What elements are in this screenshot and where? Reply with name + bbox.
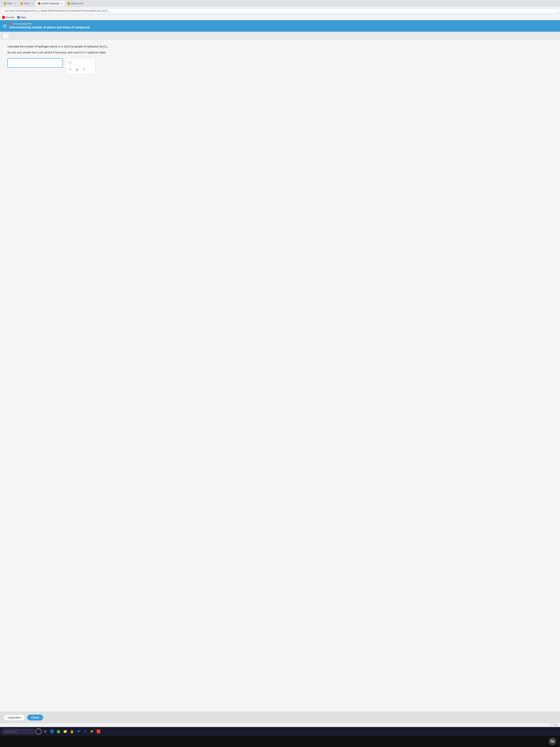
answer-row: □□ × ↺ ? <box>7 58 553 75</box>
math-actions: × ↺ ? <box>68 67 93 72</box>
header-title: Interconverting number of atoms and mass… <box>9 26 557 29</box>
math-help-button[interactable]: ? <box>82 67 85 72</box>
taskbar-edge-icon[interactable]: 🌐 <box>49 728 55 735</box>
maps-icon <box>17 16 20 19</box>
hamburger-line-1 <box>3 25 7 25</box>
tab-bar: Files ✕ Inbox ✕ ALEKs Chemistry ✕ McGraw… <box>0 0 560 7</box>
math-undo-button[interactable]: ↺ <box>75 67 79 72</box>
tab-files[interactable]: Files ✕ <box>1 1 18 6</box>
youtube-icon <box>2 16 5 19</box>
address-bar[interactable]: w-awn.aleks.com/alekscgi/x/lsl.exe/1o_u-… <box>1 9 559 13</box>
answer-input[interactable] <box>7 58 63 68</box>
inbox-tab-icon <box>20 2 23 5</box>
aleks-tab-icon <box>38 2 41 5</box>
tab-mcgraw[interactable]: McGraw-Hill <box>65 1 85 6</box>
question-text: Calculate the number of hydrogen atoms i… <box>7 44 553 49</box>
aleks-tab-close[interactable]: ✕ <box>61 2 62 5</box>
mcgraw-tab-label: McGraw-Hill <box>71 2 83 5</box>
maps-label: Maps <box>21 16 26 19</box>
check-button[interactable]: Check <box>27 715 43 721</box>
hp-area: hp <box>0 736 560 747</box>
hp-logo: hp <box>549 738 556 745</box>
math-clear-button[interactable]: × <box>68 67 72 72</box>
aleks-app: STOICHIOMETRY Interconverting number of … <box>0 20 560 727</box>
mcgraw-tab-icon <box>68 2 70 5</box>
hamburger-line-2 <box>3 26 7 26</box>
browser-chrome: Files ✕ Inbox ✕ ALEKs Chemistry ✕ McGraw… <box>0 0 560 20</box>
bookmark-youtube[interactable]: YouTube <box>2 16 14 19</box>
taskbar: ○ ⊞ 🌐 ⬤ 📁 🔒 ✉ ❖ ⚡ 🟥 <box>0 727 560 736</box>
taskbar-windows-icon[interactable]: ⊞ <box>42 728 48 735</box>
hamburger-menu[interactable] <box>3 25 7 27</box>
files-tab-icon <box>4 2 6 5</box>
taskbar-lock-icon[interactable]: 🔒 <box>69 728 75 735</box>
files-tab-close[interactable]: ✕ <box>14 2 16 5</box>
explanation-button[interactable]: Explanation <box>4 714 25 721</box>
chevron-row: ⌄ <box>0 32 560 40</box>
aleks-header: STOICHIOMETRY Interconverting number of … <box>0 20 560 32</box>
tab-inbox[interactable]: Inbox ✕ <box>18 1 35 6</box>
bookmarks-bar: YouTube Maps <box>0 15 560 20</box>
taskbar-search-input[interactable] <box>1 729 35 734</box>
math-box-icon: □□ <box>68 61 72 65</box>
header-topic: STOICHIOMETRY <box>9 23 557 25</box>
aleks-tab-label: ALEKs Chemistry <box>42 2 59 5</box>
bottom-bar: Explanation Check <box>0 712 560 723</box>
youtube-label: YouTube <box>5 16 14 19</box>
topic-dot-icon <box>9 23 11 25</box>
question-area: Calculate the number of hydrogen atoms i… <box>0 40 560 712</box>
topic-label: STOICHIOMETRY <box>12 23 32 25</box>
hint-text: Be sure your answer has a unit symbol if… <box>7 51 553 54</box>
address-bar-row: w-awn.aleks.com/alekscgi/x/lsl.exe/1o_u-… <box>0 7 560 15</box>
taskbar-mail-icon[interactable]: ✉ <box>76 728 81 735</box>
inbox-tab-close[interactable]: ✕ <box>31 2 33 5</box>
tab-aleks[interactable]: ALEKs Chemistry ✕ <box>36 1 65 6</box>
math-panel: □□ × ↺ ? <box>66 58 96 75</box>
taskbar-folder-icon[interactable]: 📁 <box>62 728 68 735</box>
chevron-down-button[interactable]: ⌄ <box>3 33 9 38</box>
taskbar-chrome-icon[interactable]: ⬤ <box>56 728 61 735</box>
math-top: □□ <box>68 61 93 65</box>
inbox-tab-label: Inbox <box>24 2 29 5</box>
files-tab-label: Files <box>7 2 12 5</box>
bookmark-maps[interactable]: Maps <box>17 16 26 19</box>
taskbar-search-icon[interactable]: ○ <box>35 728 42 735</box>
taskbar-dropbox-icon[interactable]: ❖ <box>82 728 88 735</box>
content-area: STOICHIOMETRY Interconverting number of … <box>0 20 560 727</box>
copyright: © 2021 <box>0 723 560 727</box>
taskbar-app-icon[interactable]: 🟥 <box>96 728 102 735</box>
spacer <box>7 78 553 707</box>
hamburger-line-3 <box>3 27 7 27</box>
taskbar-power-icon[interactable]: ⚡ <box>89 728 95 735</box>
